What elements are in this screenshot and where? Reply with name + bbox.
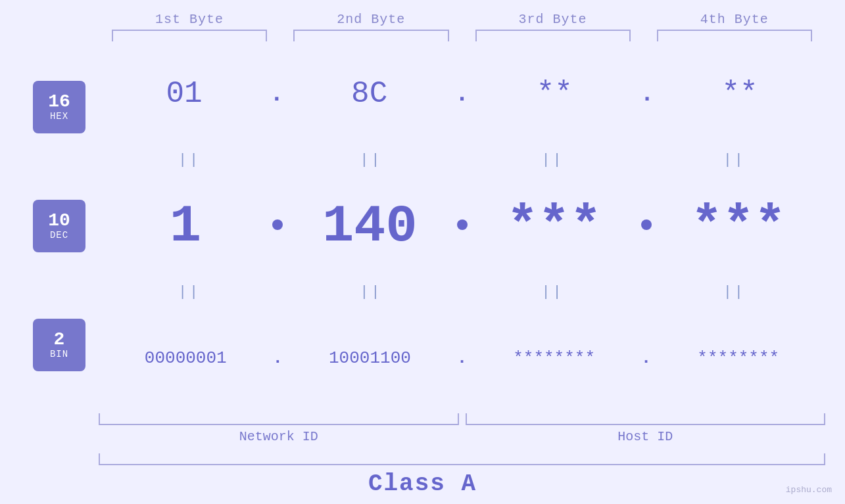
hex-value-3: ** — [537, 77, 573, 111]
network-bracket — [99, 413, 459, 425]
top-bracket-line-1 — [112, 30, 267, 41]
host-id-label: Host ID — [466, 429, 826, 444]
bin-row: 00000001 . 10001100 . ******** . *******… — [99, 305, 825, 411]
class-row: Class A — [0, 465, 845, 504]
hex-dot-3: . — [640, 81, 654, 108]
host-bracket — [466, 413, 826, 425]
hex-value-4: ** — [721, 77, 758, 111]
byte1-header: 1st Byte — [99, 12, 280, 27]
top-bracket-1 — [99, 30, 280, 41]
equals-cell-3b: || — [462, 279, 644, 305]
dec-cell-2: 140 — [283, 196, 456, 256]
dec-badge-label: DEC — [50, 230, 68, 241]
bin-value-2: 10001100 — [329, 348, 411, 368]
equals-cell-4b: || — [644, 279, 825, 305]
hex-value-1: 01 — [166, 77, 202, 111]
network-id-label: Network ID — [99, 429, 459, 444]
dec-dot-3 — [641, 219, 652, 233]
bin-value-4: ******** — [697, 348, 779, 368]
hex-cell-4: ** — [654, 77, 825, 111]
class-label: Class A — [368, 470, 477, 497]
dec-badge: 10 DEC — [33, 200, 85, 252]
data-area: 01 . 8C . ** . ** || || || || — [99, 41, 825, 411]
bin-value-1: 00000001 — [145, 348, 227, 368]
hex-badge: 16 HEX — [33, 81, 85, 133]
bracket-gap — [459, 413, 466, 425]
byte3-header: 3rd Byte — [462, 12, 644, 27]
top-bracket-line-3 — [475, 30, 631, 41]
dec-value-3: *** — [507, 196, 602, 256]
hex-badge-label: HEX — [50, 111, 68, 122]
top-bracket-4 — [644, 30, 825, 41]
bin-cell-1: 00000001 — [99, 348, 273, 368]
equals-cell-1b: || — [99, 279, 280, 305]
bin-dot-2: . — [457, 348, 468, 368]
dec-badge-number: 10 — [48, 212, 70, 230]
bin-value-3: ******** — [513, 348, 595, 368]
dec-value-2: 140 — [322, 196, 417, 256]
hex-dot-1: . — [270, 81, 284, 108]
bin-badge-number: 2 — [54, 331, 65, 349]
equals-cell-4a: || — [644, 147, 825, 173]
full-bracket — [99, 453, 825, 465]
bin-dot-3: . — [641, 348, 652, 368]
dec-value-1: 1 — [170, 196, 201, 256]
header-row: 1st Byte 2nd Byte 3rd Byte 4th Byte — [99, 0, 825, 27]
bin-cell-2: 10001100 — [283, 348, 457, 368]
hex-cell-1: 01 — [99, 77, 270, 111]
equals-cell-2a: || — [280, 147, 462, 173]
top-bracket-2 — [280, 30, 462, 41]
top-bracket-line-4 — [657, 30, 812, 41]
dec-value-4: *** — [691, 196, 786, 256]
dec-cell-1: 1 — [99, 196, 272, 256]
dec-cell-4: *** — [652, 196, 825, 256]
equals-row-2: || || || || — [99, 279, 825, 305]
equals-cell-1a: || — [99, 147, 280, 173]
top-bracket-3 — [462, 30, 644, 41]
equals-cell-2b: || — [280, 279, 462, 305]
watermark: ipshu.com — [786, 485, 832, 495]
hex-cell-3: ** — [469, 77, 640, 111]
hex-dot-2: . — [455, 81, 470, 108]
bin-badge-label: BIN — [50, 349, 68, 359]
hex-cell-2: 8C — [284, 77, 455, 111]
dec-dot-1 — [272, 219, 283, 233]
bin-cell-3: ******** — [467, 348, 641, 368]
dec-row: 1 140 *** *** — [99, 173, 825, 279]
bin-dot-1: . — [273, 348, 283, 368]
bin-cell-4: ******** — [651, 348, 825, 368]
top-bracket-row — [99, 30, 825, 41]
byte4-header: 4th Byte — [644, 12, 825, 27]
id-gap — [459, 429, 466, 444]
page-container: 1st Byte 2nd Byte 3rd Byte 4th Byte 16 H… — [0, 0, 845, 504]
main-content: 16 HEX 10 DEC 2 BIN 01 . 8C — [20, 41, 825, 411]
dec-dot-circle-3 — [641, 219, 652, 230]
dec-dot-circle-1 — [272, 219, 283, 230]
hex-row: 01 . 8C . ** . ** — [99, 41, 825, 147]
hex-value-2: 8C — [351, 77, 387, 111]
equals-cell-3a: || — [462, 147, 644, 173]
equals-row-1: || || || || — [99, 147, 825, 173]
id-labels-row: Network ID Host ID — [99, 429, 825, 444]
dec-cell-3: *** — [468, 196, 641, 256]
hex-badge-number: 16 — [48, 93, 70, 111]
dec-dot-2 — [457, 219, 468, 233]
byte2-header: 2nd Byte — [280, 12, 462, 27]
dec-dot-circle-2 — [457, 219, 468, 230]
labels-column: 16 HEX 10 DEC 2 BIN — [20, 41, 99, 411]
bottom-brackets — [99, 413, 825, 425]
top-bracket-line-2 — [293, 30, 448, 41]
bin-badge: 2 BIN — [33, 319, 85, 371]
